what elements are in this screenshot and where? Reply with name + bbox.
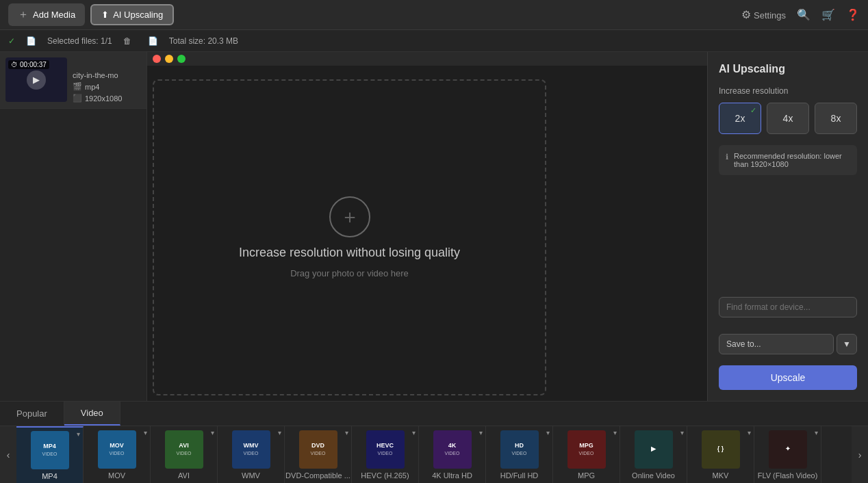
file-resolution: 1920x1080: [85, 94, 122, 103]
top-toolbar: ＋ Add Media ⬆ AI Upscaling ⚙ Settings 🔍 …: [0, 0, 868, 30]
film-icon: 🎬: [73, 82, 82, 91]
format-item-flv[interactable]: ▾✦FLV (Flash Video): [754, 426, 821, 483]
duration-text: 00:00:37: [20, 61, 47, 68]
chevron-down-icon: ▾: [680, 429, 684, 436]
toolbar-right: ⚙ Settings 🔍 🛒 ❓: [741, 8, 860, 21]
format-item-hevc[interactable]: ▾HEVCVIDEOHEVC (H.265): [352, 426, 419, 483]
find-format-input[interactable]: [719, 297, 857, 317]
duration-badge: ⏱ 00:00:37: [8, 60, 49, 69]
format-icon-mpg: MPGVIDEO: [567, 430, 606, 469]
drop-zone[interactable]: ＋ Increase resolution without losing qua…: [153, 79, 546, 395]
format-label-online: Online Video: [632, 471, 675, 480]
chevron-down-icon: ▾: [479, 429, 483, 436]
format-item-mov[interactable]: ▾MOVVIDEOMOV: [84, 426, 151, 483]
plus-icon: ＋: [18, 8, 29, 22]
cart-icon[interactable]: 🛒: [821, 8, 835, 21]
format-icon-mp4: mp4VIDEO: [31, 431, 69, 469]
file-info-bar: ✓ 📄 Selected files: 1/1 🗑 📄 Total size: …: [0, 30, 868, 52]
upscale-button[interactable]: Upscale: [719, 365, 857, 390]
total-size-label: Total size: 20.3 MB: [169, 36, 238, 46]
window-chrome: [147, 52, 707, 66]
ai-upscaling-panel: AI Upscaling Increase resolution ✓ 2x 4x…: [707, 52, 868, 401]
format-next-button[interactable]: ›: [852, 426, 868, 483]
info-icon: ℹ: [726, 153, 728, 161]
format-label-avi: AVI: [178, 471, 190, 480]
format-label-wmv: WMV: [242, 471, 260, 480]
add-icon: ＋: [329, 196, 370, 237]
format-label-mpg: MPG: [578, 471, 595, 480]
format-tabs: Popular Video: [0, 402, 868, 426]
format-label-flv: FLV (Flash Video): [758, 471, 818, 480]
chevron-down-icon: ▾: [546, 429, 550, 436]
resolution-options: ✓ 2x 4x 8x: [719, 103, 857, 134]
chevron-down-icon: ▾: [613, 429, 617, 436]
resolution-4x-button[interactable]: 4x: [767, 103, 809, 134]
minimize-dot[interactable]: [165, 55, 173, 63]
file-extension: mp4: [85, 83, 99, 91]
save-to-dropdown-button[interactable]: ▼: [837, 334, 857, 354]
format-list-row: ‹ ▾mp4VIDEOMP4▾MOVVIDEOMOV▾AVIVIDEOAVI▾W…: [0, 426, 868, 483]
ai-panel-title: AI Upscaling: [719, 63, 857, 75]
chevron-down-icon: ▾: [815, 429, 818, 436]
format-label-hevc: HEVC (H.265): [361, 471, 409, 480]
format-prev-button[interactable]: ‹: [0, 426, 16, 483]
format-item-dvd[interactable]: ▾DVDVIDEODVD-Compatible ...: [285, 426, 352, 483]
check-icon: ✓: [8, 36, 15, 46]
file-icon: 📄: [26, 36, 36, 46]
resolution-icon: ⬛: [73, 94, 82, 103]
file-meta: city-in-the-mo 🎬 mp4 ⬛ 1920x1080: [73, 57, 122, 103]
format-label-dvd: DVD-Compatible ...: [285, 471, 350, 480]
chevron-down-icon: ▾: [144, 429, 147, 436]
drop-zone-subtitle: Drag your photo or video here: [290, 268, 409, 278]
panel-spacer: [719, 186, 857, 286]
format-item-mp4[interactable]: ▾mp4VIDEOMP4: [16, 426, 84, 483]
format-item-mpg[interactable]: ▾MPGVIDEOMPG: [553, 426, 620, 483]
add-media-button[interactable]: ＋ Add Media: [8, 3, 85, 26]
chevron-down-icon: ▾: [77, 430, 80, 438]
bottom-bar: Popular Video ‹ ▾mp4VIDEOMP4▾MOVVIDEOMOV…: [0, 401, 868, 483]
play-button[interactable]: ▶: [27, 70, 46, 90]
trash-icon[interactable]: 🗑: [123, 36, 131, 46]
resolution-8x-button[interactable]: 8x: [815, 103, 857, 134]
format-item-mkv[interactable]: ▾{ }MKV: [687, 426, 754, 483]
format-icon-hd: HDVIDEO: [500, 430, 539, 469]
format-icon-mkv: { }: [702, 430, 740, 469]
format-item-online[interactable]: ▾▶Online Video: [620, 426, 687, 483]
chevron-down-icon: ▾: [748, 429, 751, 436]
ai-section-label: Increase resolution: [719, 86, 857, 96]
ai-icon: ⬆: [101, 10, 109, 20]
check-mark: ✓: [750, 106, 756, 115]
format-label-4k: 4K Ultra HD: [432, 471, 472, 480]
chevron-down-icon: ▾: [211, 429, 214, 436]
format-icon-mov: MOVVIDEO: [98, 430, 136, 469]
file-resolution-row: ⬛ 1920x1080: [73, 94, 122, 103]
format-label-mp4: MP4: [42, 472, 58, 480]
maximize-dot[interactable]: [177, 55, 186, 63]
format-item-4k[interactable]: ▾4KVIDEO4K Ultra HD: [419, 426, 486, 483]
save-to-button[interactable]: Save to...: [719, 334, 834, 354]
file-size-icon: 📄: [148, 36, 158, 46]
file-thumbnail: ⏱ 00:00:37 ▶: [5, 57, 67, 102]
format-icon-hevc: HEVCVIDEO: [366, 430, 405, 469]
format-item-hd[interactable]: ▾HDVIDEOHD/Full HD: [486, 426, 553, 483]
format-label-hd: HD/Full HD: [500, 471, 539, 480]
tab-popular[interactable]: Popular: [0, 402, 64, 426]
help-icon[interactable]: ❓: [846, 8, 860, 21]
selected-files-label: Selected files: 1/1: [47, 36, 112, 46]
file-extension-row: 🎬 mp4: [73, 82, 122, 91]
tab-video[interactable]: Video: [64, 402, 120, 426]
file-item[interactable]: ✓ ⏱ 00:00:37 ▶ city-in-the-mo 🎬 mp4 ⬛ 19…: [0, 52, 146, 109]
close-dot[interactable]: [153, 55, 161, 63]
settings-button[interactable]: ⚙ Settings: [741, 8, 786, 21]
add-media-label: Add Media: [33, 10, 75, 20]
chevron-down-icon: ▾: [278, 429, 281, 436]
format-item-avi[interactable]: ▾AVIVIDEOAVI: [151, 426, 218, 483]
format-item-wmv[interactable]: ▾WMVVIDEOWMV: [218, 426, 285, 483]
search-icon[interactable]: 🔍: [797, 8, 810, 21]
ai-upscaling-label: AI Upscaling: [113, 10, 163, 20]
resolution-2x-button[interactable]: ✓ 2x: [719, 103, 761, 134]
info-box: ℹ Recommended resolution: lower than 192…: [719, 145, 857, 175]
chevron-down-icon: ▾: [412, 429, 416, 436]
drop-zone-title: Increase resolution without losing quali…: [239, 246, 460, 260]
ai-upscaling-button[interactable]: ⬆ AI Upscaling: [90, 4, 174, 25]
